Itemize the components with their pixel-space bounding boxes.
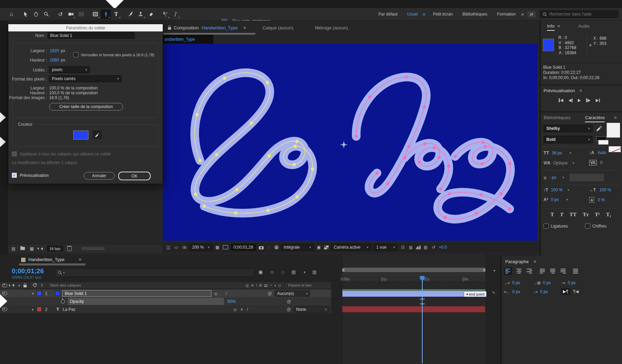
brush-tool[interactable]: [125, 9, 135, 19]
hauteur-value[interactable]: 1080: [50, 58, 59, 63]
composition-viewer[interactable]: [163, 44, 537, 241]
comp-timecode[interactable]: 0;00;01;26: [231, 244, 256, 251]
puppet-pin-tool[interactable]: [170, 9, 181, 19]
play-button[interactable]: [578, 99, 581, 102]
unites-select[interactable]: pixels▾: [49, 66, 90, 73]
type-tool[interactable]: T: [111, 9, 121, 19]
tab-calque[interactable]: Calque (aucun): [263, 25, 293, 30]
align-left-button[interactable]: [504, 267, 512, 275]
clone-stamp-tool[interactable]: [135, 9, 146, 19]
help-search-input[interactable]: [549, 11, 616, 17]
preview-checkbox[interactable]: ✓: [12, 173, 17, 178]
region-of-interest-icon[interactable]: ▣: [316, 245, 322, 250]
dir-rtl-button[interactable]: ¶◀: [572, 288, 580, 295]
paragraph-divider[interactable]: [500, 256, 501, 364]
layer1-duration-bar[interactable]: ◀ end point: [342, 290, 486, 297]
layer1-pickwhip-icon[interactable]: @: [268, 291, 272, 296]
layer2-pickwhip-icon[interactable]: @: [287, 307, 291, 312]
current-time-indicator-line[interactable]: [422, 276, 423, 363]
trash-icon[interactable]: [67, 247, 72, 251]
first-line-indent-value[interactable]: 0 px: [543, 280, 551, 285]
eyedropper-button[interactable]: [93, 131, 102, 139]
zoom-tool[interactable]: [41, 9, 51, 19]
opacity-pickwhip-icon[interactable]: @: [287, 299, 291, 304]
info-menu-icon[interactable]: ≡: [557, 23, 560, 29]
space-before-value[interactable]: 0 px: [568, 280, 576, 285]
roi-icon[interactable]: [223, 245, 228, 250]
home-button[interactable]: ⌂: [6, 9, 17, 19]
layer2-label-chip[interactable]: [37, 307, 42, 312]
layer1-name-field[interactable]: Blue Solid 1: [62, 290, 211, 297]
layer2-twirl-icon[interactable]: ▸: [32, 308, 34, 311]
camera-tool[interactable]: [66, 9, 76, 19]
tab-caractere[interactable]: Caractère: [585, 115, 605, 122]
rotation-tool[interactable]: ↺: [55, 9, 66, 19]
layer2-parent-select[interactable]: None▾: [294, 306, 329, 313]
view-layout-select[interactable]: 1 vue▾: [374, 244, 398, 251]
tab-audio[interactable]: Audio: [578, 23, 590, 29]
baseline-shift-value[interactable]: 0 px: [551, 197, 559, 202]
opacity-ibeam-cursor[interactable]: [420, 299, 425, 304]
opacity-value[interactable]: 50%: [227, 299, 236, 304]
ligatures-checkbox[interactable]: [544, 223, 549, 229]
new-folder-icon[interactable]: [20, 247, 25, 250]
chiffres-checkbox[interactable]: [585, 223, 590, 229]
resolution-select[interactable]: Intégrale▾: [281, 244, 314, 251]
flowchart-icon[interactable]: ▤: [423, 245, 428, 250]
largeur-value[interactable]: 1920: [50, 48, 59, 53]
project-audio-icon[interactable]: [41, 247, 43, 250]
eraser-tool[interactable]: [146, 9, 156, 19]
magnification-select[interactable]: 200 %▾: [189, 244, 212, 251]
channels-icon[interactable]: [274, 245, 279, 249]
work-area-bar[interactable]: [342, 272, 486, 276]
crop-icon[interactable]: ⊡: [400, 245, 406, 250]
last-frame-button[interactable]: [596, 98, 600, 102]
color-swatch[interactable]: [73, 131, 88, 140]
tab-metrage[interactable]: Métrage (aucun): [315, 25, 348, 30]
selection-tool[interactable]: [20, 9, 31, 19]
project-hscrollbar[interactable]: [81, 247, 105, 250]
parent-column-label[interactable]: Parent et lien: [288, 283, 329, 287]
brainstorm-icon[interactable]: ◑: [303, 269, 305, 275]
font-size-value[interactable]: 36 px: [552, 151, 562, 155]
workspace-overflow-chevron[interactable]: »: [521, 11, 524, 17]
opacity-stopwatch-icon[interactable]: [61, 299, 65, 304]
comp-marker-button[interactable]: ▼: [493, 269, 496, 272]
shy-layers-icon[interactable]: ☺: [270, 269, 274, 275]
opacity-row[interactable]: Opacity 50% @: [0, 297, 331, 305]
font-family-select[interactable]: Shelby▾: [544, 125, 593, 132]
justify-last-right-button[interactable]: [559, 267, 567, 275]
tab-composition-name[interactable]: Handwritten_Type: [201, 25, 238, 30]
layer2-duration-bar[interactable]: [342, 306, 486, 313]
vertical-scale-value[interactable]: 100 %: [551, 188, 563, 192]
bpc-button[interactable]: 16 bpc: [47, 246, 63, 251]
layer2-name[interactable]: La Paz: [63, 307, 75, 312]
roto-brush-tool[interactable]: [160, 9, 170, 19]
frame-blend-icon[interactable]: ◇: [281, 269, 285, 275]
workspace-par-defaut[interactable]: Par défaut: [378, 12, 397, 17]
layer-row-1[interactable]: ▾ 1 Blue Solid 1 ◎ / @ Aucun(e)▾: [0, 289, 331, 297]
layer1-label-chip[interactable]: [37, 291, 42, 296]
timeline-tab[interactable]: Handwritten_Type: [28, 257, 65, 262]
show-snapshot-icon[interactable]: ◌: [266, 245, 272, 250]
tracking-value[interactable]: 0: [600, 160, 603, 165]
layer1-eye-icon[interactable]: [2, 291, 7, 295]
dir-ltr-button[interactable]: ▶¶: [561, 288, 570, 295]
horizontal-scale-value[interactable]: 100 %: [599, 188, 611, 192]
preview-menu-icon[interactable]: ≡: [579, 88, 582, 93]
navigator-handle-left[interactable]: [342, 268, 345, 272]
all-caps-button[interactable]: TT: [569, 212, 576, 218]
opacity-cell[interactable]: Opacity: [68, 298, 224, 305]
lock-aspect-checkbox[interactable]: [73, 52, 78, 57]
justify-last-center-button[interactable]: [549, 267, 557, 275]
help-search[interactable]: [540, 10, 619, 18]
comp-name-dropdown-partial[interactable]: andwritten_Type: [163, 35, 213, 44]
navigator-handle-right[interactable]: [483, 268, 486, 272]
apply-all-checkbox[interactable]: ✓: [12, 151, 17, 156]
tsume-value[interactable]: 0 %: [598, 198, 605, 202]
justify-last-left-button[interactable]: [538, 267, 547, 275]
character-menu-icon[interactable]: ≡: [614, 115, 617, 120]
tab-bibliotheques[interactable]: Bibliothèques: [544, 115, 571, 120]
new-composition-icon[interactable]: ▦: [29, 246, 35, 251]
motion-blur-icon[interactable]: ▤: [292, 269, 296, 275]
